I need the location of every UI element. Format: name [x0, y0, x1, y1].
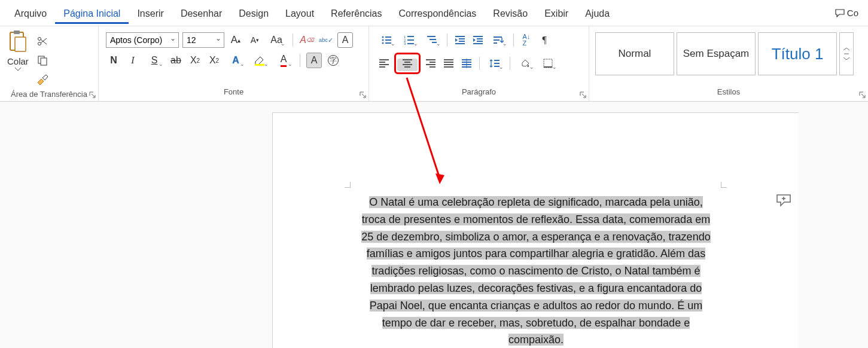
separator — [510, 57, 510, 70]
bullets-button[interactable] — [376, 32, 397, 48]
add-comment-button[interactable] — [776, 194, 791, 207]
svg-point-3 — [38, 42, 41, 45]
increase-indent-button[interactable] — [470, 32, 486, 48]
enclose-characters-button[interactable]: 字 — [325, 53, 341, 68]
svg-rect-21 — [430, 39, 436, 40]
decrease-indent-button[interactable] — [452, 32, 468, 48]
decrease-font-button[interactable]: A▾ — [247, 32, 263, 48]
group-clipboard: Colar Área de Transferência — [0, 26, 99, 101]
highlight-button[interactable] — [249, 53, 270, 68]
shading-button[interactable] — [515, 56, 535, 71]
tab-ajuda[interactable]: Ajuda — [577, 2, 618, 24]
strikethrough-button[interactable]: ab — [168, 53, 184, 68]
ribbon-tabs: Arquivo Página Inicial Inserir Desenhar … — [0, 0, 868, 26]
document-body-text[interactable]: O Natal é uma celebração repleta de sign… — [357, 194, 715, 348]
borders-button[interactable] — [538, 56, 558, 71]
svg-rect-48 — [444, 64, 453, 65]
line-spacing-button[interactable] — [485, 56, 505, 71]
font-color-button[interactable]: A — [273, 53, 294, 68]
change-case-button[interactable]: Aa — [266, 32, 287, 48]
svg-rect-19 — [407, 43, 414, 44]
format-painter-button[interactable] — [35, 72, 50, 87]
text-effects-button[interactable]: A — [226, 53, 246, 68]
character-border-button[interactable]: A — [337, 32, 353, 48]
svg-rect-23 — [455, 36, 465, 37]
separator — [479, 57, 480, 70]
svg-rect-2 — [15, 37, 26, 51]
svg-rect-7 — [255, 64, 264, 66]
group-font: A▴ A▾ Aa A⌫ abc✓ A N I S ab X2 X2 A — [99, 26, 369, 101]
tab-exibir[interactable]: Exibir — [536, 2, 577, 24]
superscript-button[interactable]: X2 — [206, 53, 222, 68]
justify-button[interactable] — [441, 56, 456, 71]
sort-button[interactable] — [488, 32, 508, 48]
chevron-down-icon — [843, 48, 849, 60]
copy-icon — [37, 55, 48, 66]
phonetic-guide-button[interactable]: abc✓ — [318, 32, 334, 48]
align-center-icon — [402, 59, 413, 68]
font-size-select[interactable] — [182, 32, 224, 48]
font-launcher[interactable] — [359, 90, 367, 99]
copy-button[interactable] — [35, 53, 50, 68]
character-shading-button[interactable]: A — [306, 53, 322, 68]
tab-pagina-inicial[interactable]: Página Inicial — [55, 2, 129, 24]
svg-rect-6 — [41, 58, 47, 65]
tab-revisao[interactable]: Revisão — [485, 2, 536, 24]
comment-icon — [835, 9, 845, 17]
chevron-down-icon — [15, 68, 21, 71]
clipboard-launcher[interactable] — [89, 90, 97, 99]
align-left-button[interactable] — [376, 56, 392, 71]
svg-rect-44 — [426, 64, 435, 65]
svg-rect-11 — [385, 39, 391, 41]
svg-point-10 — [382, 39, 384, 41]
separator — [300, 54, 300, 67]
distribute-button[interactable] — [459, 56, 474, 71]
underline-button[interactable]: S — [144, 53, 165, 68]
clear-formatting-button[interactable]: A⌫ — [299, 32, 315, 48]
styles-launcher[interactable] — [858, 90, 867, 99]
style-normal[interactable]: Normal — [595, 32, 674, 75]
font-family-select[interactable] — [106, 32, 179, 48]
launcher-icon — [579, 91, 587, 99]
svg-rect-13 — [385, 42, 391, 44]
numbering-button[interactable]: 123 — [399, 32, 419, 48]
tab-inserir[interactable]: Inserir — [129, 2, 172, 24]
tab-arquivo[interactable]: Arquivo — [6, 2, 55, 24]
paragraph-launcher[interactable] — [579, 90, 587, 99]
multilevel-list-button[interactable] — [422, 32, 442, 48]
svg-rect-54 — [494, 60, 500, 61]
show-marks-button[interactable]: ¶ — [537, 32, 552, 48]
increase-font-button[interactable]: A▴ — [228, 32, 243, 48]
svg-rect-25 — [459, 41, 465, 42]
svg-rect-22 — [432, 42, 437, 43]
subscript-button[interactable]: X2 — [187, 53, 203, 68]
distribute-icon — [461, 59, 472, 68]
tab-correspondencias[interactable]: Correspondências — [390, 2, 485, 24]
comments-label: Co — [847, 8, 858, 18]
tabs-left: Arquivo Página Inicial Inserir Desenhar … — [6, 2, 618, 24]
style-no-spacing[interactable]: Sem Espaçam — [677, 32, 756, 75]
align-center-highlight — [394, 53, 421, 74]
tab-referencias[interactable]: Referências — [322, 2, 390, 24]
cut-button[interactable] — [35, 33, 50, 49]
svg-rect-56 — [494, 66, 500, 67]
svg-rect-37 — [379, 66, 385, 68]
bold-button[interactable]: N — [106, 53, 121, 68]
style-title1[interactable]: Título 1 — [758, 32, 837, 75]
align-center-button[interactable] — [400, 56, 415, 71]
italic-button[interactable]: I — [125, 53, 141, 68]
sort-az-button[interactable]: A↓Z — [519, 32, 534, 48]
tab-design[interactable]: Design — [230, 2, 277, 24]
document-page[interactable]: O Natal é uma celebração repleta de sign… — [272, 112, 799, 348]
paint-bucket-icon — [520, 58, 531, 69]
tab-layout[interactable]: Layout — [277, 2, 322, 24]
align-right-button[interactable] — [423, 56, 438, 71]
comments-button[interactable]: Co — [835, 8, 862, 18]
styles-expand-button[interactable] — [839, 32, 854, 75]
tab-desenhar[interactable]: Desenhar — [172, 2, 230, 24]
svg-rect-26 — [455, 43, 465, 44]
font-group-label: Fonte — [102, 85, 365, 100]
bullets-icon — [381, 35, 392, 45]
justify-icon — [443, 59, 454, 68]
paste-button[interactable]: Colar — [4, 30, 32, 71]
